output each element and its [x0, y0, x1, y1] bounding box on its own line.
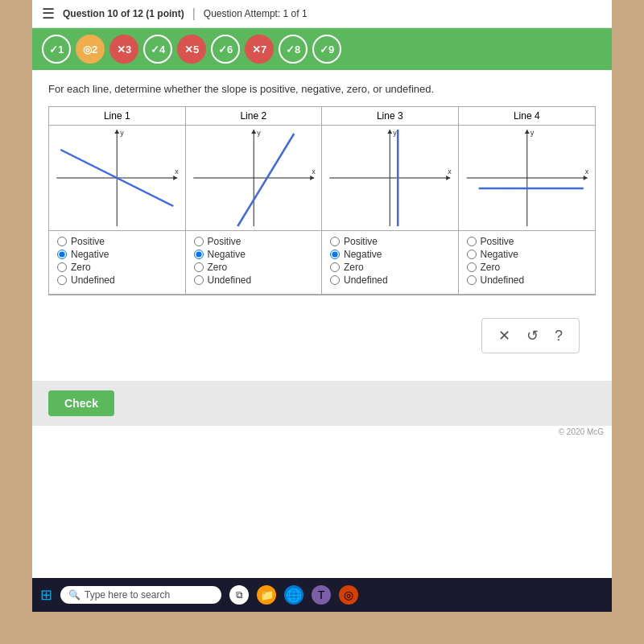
lines-table: Line 1 x y: [48, 106, 596, 295]
line-4-header: Line 4: [459, 107, 596, 126]
search-icon: 🔍: [68, 589, 80, 601]
search-text[interactable]: Type here to search: [85, 589, 170, 601]
check-button[interactable]: Check: [48, 390, 114, 416]
line-2-header: Line 2: [186, 107, 322, 126]
line-3-header: Line 3: [322, 107, 458, 126]
line-1-zero[interactable]: Zero: [57, 262, 177, 273]
svg-text:x: x: [312, 167, 316, 175]
chrome-icon[interactable]: ◎: [339, 585, 358, 605]
line-2-cell: Line 2 x y P: [186, 107, 323, 295]
nav-btn-3[interactable]: ✕3: [109, 35, 138, 64]
line-3-zero[interactable]: Zero: [330, 262, 450, 273]
line-3-negative[interactable]: Negative: [330, 249, 450, 260]
line-1-header: Line 1: [49, 107, 185, 126]
svg-marker-23: [387, 130, 392, 134]
line-4-graph: x y: [459, 126, 596, 230]
svg-marker-14: [251, 130, 256, 134]
svg-marker-32: [524, 130, 529, 134]
svg-text:x: x: [448, 167, 452, 175]
attempt-info: Question Attempt: 1 of 1: [204, 8, 308, 19]
file-explorer-icon[interactable]: 📁: [257, 585, 276, 605]
line-3-graph: x y: [322, 126, 458, 230]
nav-btn-9[interactable]: ✓9: [312, 35, 341, 64]
svg-text:y: y: [393, 129, 397, 137]
svg-marker-30: [583, 175, 587, 180]
line-4-zero[interactable]: Zero: [467, 262, 588, 273]
line-1-options: Positive Negative Zero Undefined: [49, 230, 185, 294]
nav-btn-1[interactable]: ✓1: [42, 35, 71, 64]
menu-icon[interactable]: ☰: [42, 5, 55, 23]
line-2-negative[interactable]: Negative: [194, 249, 314, 260]
line-4-negative[interactable]: Negative: [467, 249, 588, 260]
line-1-cell: Line 1 x y: [49, 107, 186, 295]
line-2-graph: x y: [186, 126, 322, 230]
teams-icon[interactable]: T: [312, 585, 331, 605]
svg-marker-5: [114, 130, 119, 134]
copyright-text: © 2020 McG: [32, 426, 612, 438]
line-4-options: Positive Negative Zero Undefined: [459, 230, 596, 294]
svg-text:y: y: [120, 129, 124, 137]
line-3-options: Positive Negative Zero Undefined: [322, 230, 458, 294]
svg-text:x: x: [584, 167, 588, 175]
help-icon[interactable]: ?: [555, 328, 563, 345]
edge-icon[interactable]: 🌐: [284, 585, 303, 605]
taskview-icon[interactable]: ⧉: [229, 585, 249, 605]
line-2-zero[interactable]: Zero: [194, 262, 314, 273]
svg-marker-3: [173, 175, 177, 180]
nav-btn-7[interactable]: ✕7: [245, 35, 274, 64]
line-1-undefined[interactable]: Undefined: [57, 275, 177, 286]
svg-text:y: y: [257, 129, 261, 137]
nav-btn-4[interactable]: ✓4: [143, 35, 172, 64]
nav-btn-6[interactable]: ✓6: [211, 35, 240, 64]
line-1-negative[interactable]: Negative: [57, 249, 177, 260]
taskbar-search[interactable]: 🔍 Type here to search: [60, 586, 221, 604]
line-2-undefined[interactable]: Undefined: [194, 275, 314, 286]
svg-text:y: y: [530, 129, 534, 137]
line-3-cell: Line 3 x y P: [322, 107, 459, 295]
question-info: Question 10 of 12 (1 point): [63, 8, 184, 19]
svg-text:x: x: [175, 167, 179, 175]
action-box: ✕ ↺ ?: [481, 318, 580, 353]
question-nav-bar: ✓1 ◎2 ✕3 ✓4 ✕5 ✓6 ✕7 ✓8 ✓9: [32, 28, 612, 70]
nav-btn-8[interactable]: ✓8: [279, 35, 308, 64]
line-2-positive[interactable]: Positive: [194, 236, 314, 247]
undo-icon[interactable]: ↺: [526, 327, 539, 345]
line-1-graph: x y: [49, 126, 185, 230]
question-text: For each line, determine whether the slo…: [48, 83, 596, 95]
top-bar: ☰ Question 10 of 12 (1 point) | Question…: [32, 0, 612, 28]
svg-marker-21: [446, 175, 450, 180]
windows-icon[interactable]: ⊞: [40, 586, 52, 604]
svg-marker-12: [310, 175, 314, 180]
line-4-positive[interactable]: Positive: [467, 236, 588, 247]
main-content: For each line, determine whether the slo…: [32, 70, 612, 373]
nav-btn-2[interactable]: ◎2: [76, 35, 105, 64]
taskbar-app-icons: ⧉ 📁 🌐 T ◎: [229, 585, 358, 605]
svg-line-17: [237, 134, 294, 226]
line-4-undefined[interactable]: Undefined: [467, 275, 588, 286]
line-3-positive[interactable]: Positive: [330, 236, 450, 247]
line-2-options: Positive Negative Zero Undefined: [186, 230, 322, 294]
check-bar: Check: [32, 381, 612, 426]
action-area: ✕ ↺ ?: [48, 312, 596, 360]
close-icon[interactable]: ✕: [498, 327, 510, 345]
line-4-cell: Line 4 x y P: [459, 107, 596, 295]
line-1-positive[interactable]: Positive: [57, 236, 177, 247]
nav-btn-5[interactable]: ✕5: [177, 35, 206, 64]
line-3-undefined[interactable]: Undefined: [330, 275, 450, 286]
taskbar: ⊞ 🔍 Type here to search ⧉ 📁 🌐 T ◎: [32, 578, 612, 612]
